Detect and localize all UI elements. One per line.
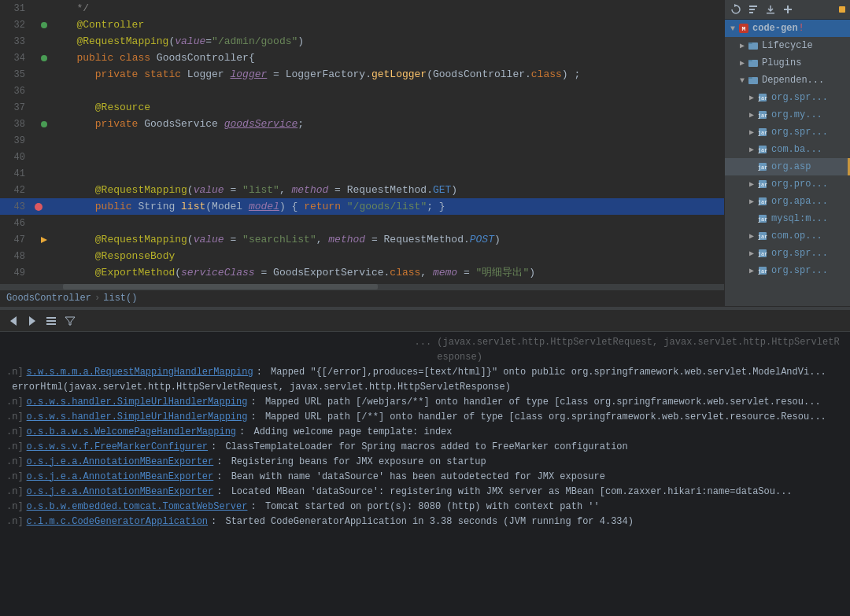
line-code: @RequestMapping(value = "searchList", me… [55,231,501,248]
tree-item-dep1[interactable]: ▶ jar org.spr... [725,89,850,106]
log-colon: : [211,515,216,529]
scroll-thumb[interactable] [63,284,378,290]
collapse-icon[interactable] [747,3,759,16]
log-colon: : [216,455,222,470]
jar-icon-dep1: jar [756,91,769,104]
jar-icon-dep6: jar [756,178,769,190]
editor-area: 31 */ 32 @Controller 33 @RequestMapping(… [0,0,850,306]
log-class-wphm: o.s.b.a.w.s.WelcomePageHandlerMapping [27,425,236,440]
log-line: .n] s.w.s.m.m.a.RequestMappingHandlerMap… [6,365,844,380]
tree-item-plugins[interactable]: ▶ Plugins [725,54,850,72]
line-number: 39 [0,135,33,146]
line-number: 31 [0,3,33,14]
svg-marker-0 [41,237,47,243]
tree-arrow-dependencies: ▼ [737,76,747,85]
download-icon[interactable] [764,3,777,16]
svg-rect-16 [748,77,752,79]
code-line-35: 35 private static Logger logger = Logger… [0,66,724,83]
filter-icon[interactable] [63,314,77,328]
line-number: 48 [0,251,33,262]
tree-item-dep4[interactable]: ▶ jar com.ba... [725,141,850,158]
svg-rect-12 [748,42,752,44]
line-number: 46 [0,218,33,229]
tree-item-dep5[interactable]: jar org.asp [725,158,850,175]
horizontal-scrollbar[interactable] [0,283,724,290]
line-code: @RequestMapping(value = "list", method =… [55,182,457,198]
code-line-49: 49 @ExportMethod(serviceClass = GoodsExp… [0,264,724,281]
tree-toolbar [725,0,850,20]
tree-arrow-dep6: ▶ [747,179,756,189]
line-gutter [33,22,55,28]
jar-icon-dep4: jar [756,143,769,156]
tree-item-dep6[interactable]: ▶ jar org.pro... [725,175,850,193]
log-prefix: .n] [6,425,24,440]
line-number: 34 [0,53,33,64]
tree-label-dep11: org.spr... [771,265,828,276]
jar-icon-dep9: jar [756,230,769,242]
orange-indicator [839,6,845,13]
tree-label-dep8: mysql:m... [771,213,828,224]
log-prefix: .n] [6,515,24,529]
code-line-48: 48 @ResponseBody [0,248,724,264]
svg-text:jar: jar [758,234,768,240]
tree-item-dep2[interactable]: ▶ jar org.my... [725,106,850,124]
tree-item-dep10[interactable]: ▶ jar org.spr... [725,245,850,262]
line-code [55,149,65,165]
line-number: 37 [0,102,33,113]
tree-root-label: code-gen [752,23,798,34]
line-number: 42 [0,185,33,196]
jar-icon-dep2: jar [756,109,769,121]
breakpoint-icon [35,203,42,211]
log-colon: : [216,470,222,485]
log-colon: : [239,425,245,440]
log-line: ... (javax.servlet.http.HttpServletReque… [6,335,844,365]
code-line-32: 32 @Controller [0,17,724,33]
tree-root[interactable]: ▼ M code-gen ! [725,20,850,37]
tree-label-dep6: org.pro... [771,179,828,190]
svg-text:jar: jar [758,216,768,223]
log-text: ClassTemplateLoader for Spring macros ad… [220,440,628,455]
list-icon[interactable] [44,314,58,328]
line-code: private static Logger logger = LoggerFac… [55,66,580,83]
tree-item-lifecycle[interactable]: ▶ Lifecycle [725,37,850,54]
breakpoint-dot [41,55,47,61]
svg-rect-5 [749,12,753,13]
breadcrumb: GoodsController › list() [0,290,724,306]
tree-collapse-arrow: ▼ [728,24,737,33]
line-code [55,215,65,231]
breadcrumb-separator: › [94,293,100,304]
tree-item-dep9[interactable]: ▶ jar com.op... [725,227,850,245]
log-prefix: .n] [6,485,24,500]
line-code: @Resource [55,99,150,116]
code-line-41: 41 [0,165,724,182]
tree-arrow-dep2: ▶ [747,110,756,120]
forward-icon[interactable] [25,314,39,328]
arrow-icon [39,235,49,245]
tree-item-dep7[interactable]: ▶ jar org.apa... [725,193,850,210]
tree-label-dep2: org.my... [771,109,822,120]
tree-item-dependencies[interactable]: ▼ Dependen... [725,72,850,89]
log-text: Mapped URL path [/**] onto handler of ty… [260,410,826,425]
code-line-42: 42 @RequestMapping(value = "list", metho… [0,182,724,198]
tree-arrow-dep9: ▶ [747,231,756,241]
log-class-cga: c.l.m.c.CodeGeneratorApplication [27,515,208,529]
jar-icon-dep10: jar [756,247,769,260]
line-code: public String list(Model model) { return… [55,198,445,215]
refresh-icon[interactable] [730,3,742,16]
tree-label-dep4: com.ba... [771,144,822,155]
tree-item-dep11[interactable]: ▶ jar org.spr... [725,262,850,279]
back-icon[interactable] [6,314,20,328]
svg-rect-42 [46,320,56,322]
log-line: .n] o.s.w.s.v.f.FreeMarkerConfigurer : C… [6,440,844,455]
log-prefix: .n] [6,410,24,425]
tree-item-dep8[interactable]: jar mysql:m... [725,210,850,227]
svg-rect-4 [749,9,755,10]
tree-item-dep3[interactable]: ▶ jar org.spr... [725,124,850,141]
plus-icon[interactable] [782,3,794,16]
line-number: 43 [0,201,33,212]
log-text: Tomcat started on port(s): 8080 (http) w… [260,500,600,515]
log-colon: : [216,485,222,500]
line-gutter [33,235,55,245]
code-line-33: 33 @RequestMapping(value="/admin/goods") [0,33,724,50]
tree-label-dependencies: Dependen... [762,75,824,86]
